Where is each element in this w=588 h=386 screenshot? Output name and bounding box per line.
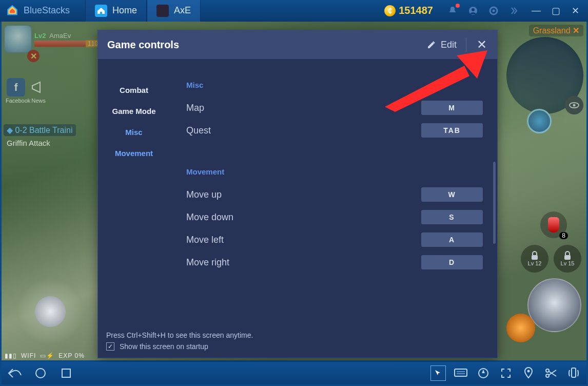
cursor-tool-icon[interactable] xyxy=(430,365,446,381)
header-divider xyxy=(466,37,466,52)
android-nav-bar xyxy=(2,362,586,384)
binding-row-move-left: Move left A xyxy=(186,228,493,251)
binding-row-quest: Quest TAB xyxy=(186,119,493,142)
keybind-move-right[interactable]: D xyxy=(421,255,483,269)
quest-banner[interactable]: ◆ 0-2 Battle Traini xyxy=(4,124,76,136)
binding-label: Move up xyxy=(186,189,222,200)
window-maximize-button[interactable]: ▢ xyxy=(548,5,563,16)
group-title-misc: Misc xyxy=(186,81,493,89)
keybind-move-up[interactable]: W xyxy=(421,187,483,202)
news-button[interactable]: News xyxy=(28,78,49,104)
binding-label: Move right xyxy=(186,257,229,268)
keybind-move-down[interactable]: S xyxy=(421,210,483,224)
player-name: AmaEv xyxy=(49,32,71,40)
bell-icon[interactable] xyxy=(446,5,459,17)
battery-icon: ▭⚡ xyxy=(40,352,54,359)
region-label[interactable]: Grassland ✕ xyxy=(529,25,583,36)
secondary-skill-button[interactable] xyxy=(506,314,535,342)
player-crest-icon[interactable] xyxy=(5,26,31,52)
locked-skill-2-label: Lv 15 xyxy=(561,260,575,266)
tab-axe-label: AxE xyxy=(174,5,191,16)
startup-checkbox-row[interactable]: ✓ Show this screen on startup xyxy=(106,342,489,351)
svg-rect-9 xyxy=(532,255,538,260)
startup-checkbox-label: Show this screen on startup xyxy=(120,342,208,351)
recents-button[interactable] xyxy=(58,365,74,381)
potion-slot[interactable]: 8 xyxy=(540,211,567,238)
coin-icon: ₵ xyxy=(384,5,396,16)
binding-label: Quest xyxy=(186,125,211,136)
footer-hint: Press Ctrl+Shift+H to see this screen an… xyxy=(106,331,489,339)
axe-icon xyxy=(156,5,169,17)
keybind-move-left[interactable]: A xyxy=(421,233,483,247)
bluestacks-logo-icon xyxy=(5,4,19,18)
shake-tool-icon[interactable] xyxy=(566,365,581,381)
tab-axe[interactable]: AxE xyxy=(147,0,201,22)
facebook-icon: f xyxy=(7,78,25,96)
category-movement[interactable]: Movement xyxy=(98,143,170,164)
facebook-label: Facebook xyxy=(6,98,30,104)
modal-close-button[interactable]: ✕ xyxy=(476,37,488,52)
category-game-mode[interactable]: Game Mode xyxy=(98,101,170,122)
binding-row-move-down: Move down S xyxy=(186,206,493,228)
svg-rect-10 xyxy=(564,255,571,260)
compass-tool-icon[interactable] xyxy=(476,365,491,381)
pencil-icon xyxy=(426,40,437,50)
svg-rect-22 xyxy=(572,368,576,377)
binding-label: Move left xyxy=(186,235,224,245)
chevron-double-icon[interactable] xyxy=(508,5,520,17)
checkbox-icon: ✓ xyxy=(106,342,114,351)
title-bar: BlueStacks Home AxE ₵ 151487 — ▢ ✕ xyxy=(0,0,588,22)
home-icon xyxy=(95,5,107,17)
hud-cancel-icon[interactable]: ✕ xyxy=(27,50,40,62)
lock-icon xyxy=(531,251,539,260)
keyboard-tool-icon[interactable] xyxy=(453,365,468,381)
keybind-quest[interactable]: TAB xyxy=(421,123,483,138)
fullscreen-tool-icon[interactable] xyxy=(498,365,514,381)
modal-title: Game controls xyxy=(107,39,426,51)
svg-rect-15 xyxy=(455,369,467,376)
modal-header: Game controls Edit ✕ xyxy=(98,30,497,59)
binding-row-move-right: Move right D xyxy=(186,251,493,274)
svg-point-13 xyxy=(36,369,45,378)
group-title-movement: Movement xyxy=(186,167,493,176)
back-button[interactable] xyxy=(7,365,23,381)
hp-bar: 110 xyxy=(34,41,86,47)
megaphone-icon xyxy=(29,78,48,96)
locked-skill-1[interactable]: Lv 12 xyxy=(521,245,548,273)
edit-button[interactable]: Edit xyxy=(426,40,457,50)
locked-skill-1-label: Lv 12 xyxy=(528,260,542,266)
game-controls-modal: Game controls Edit ✕ Combat Game Mode Mi… xyxy=(97,30,498,358)
window-close-button[interactable]: ✕ xyxy=(567,5,583,16)
tab-home[interactable]: Home xyxy=(85,0,147,22)
potion-count: 8 xyxy=(559,232,568,239)
svg-point-6 xyxy=(493,9,495,12)
gear-icon[interactable] xyxy=(487,5,500,17)
game-status-bar: ▮▮▯ WIFI ▭⚡ EXP 0% xyxy=(5,352,89,359)
keybind-map[interactable]: M xyxy=(421,101,483,115)
locked-skill-2[interactable]: Lv 15 xyxy=(554,245,581,273)
account-icon[interactable] xyxy=(467,5,479,17)
home-button[interactable] xyxy=(32,365,49,381)
coin-count[interactable]: 151487 xyxy=(399,5,433,16)
minimap-portal-button[interactable] xyxy=(527,109,552,133)
window-minimize-button[interactable]: — xyxy=(528,5,544,16)
scissors-tool-icon[interactable] xyxy=(543,365,559,381)
binding-label: Move down xyxy=(186,212,233,223)
category-combat[interactable]: Combat xyxy=(98,80,170,101)
minimap[interactable] xyxy=(506,37,583,114)
minimap-eye-button[interactable] xyxy=(565,96,583,114)
location-tool-icon[interactable] xyxy=(521,365,536,381)
primary-skill-button[interactable] xyxy=(527,278,581,332)
region-x-icon: ✕ xyxy=(573,26,579,35)
virtual-joystick[interactable] xyxy=(17,278,84,345)
facebook-button[interactable]: f Facebook xyxy=(6,78,26,104)
svg-point-7 xyxy=(570,103,579,108)
quest-sub: Griffin Attack xyxy=(7,139,50,147)
category-misc[interactable]: Misc xyxy=(98,122,170,143)
app-name: BlueStacks xyxy=(24,5,70,16)
bindings-panel[interactable]: Misc Map M Quest TAB Movement Move up W … xyxy=(170,59,497,326)
binding-label: Map xyxy=(186,103,204,113)
signal-icon: ▮▮▯ xyxy=(5,352,17,359)
svg-rect-14 xyxy=(62,369,70,377)
quest-title: 0-2 Battle Traini xyxy=(15,126,72,134)
